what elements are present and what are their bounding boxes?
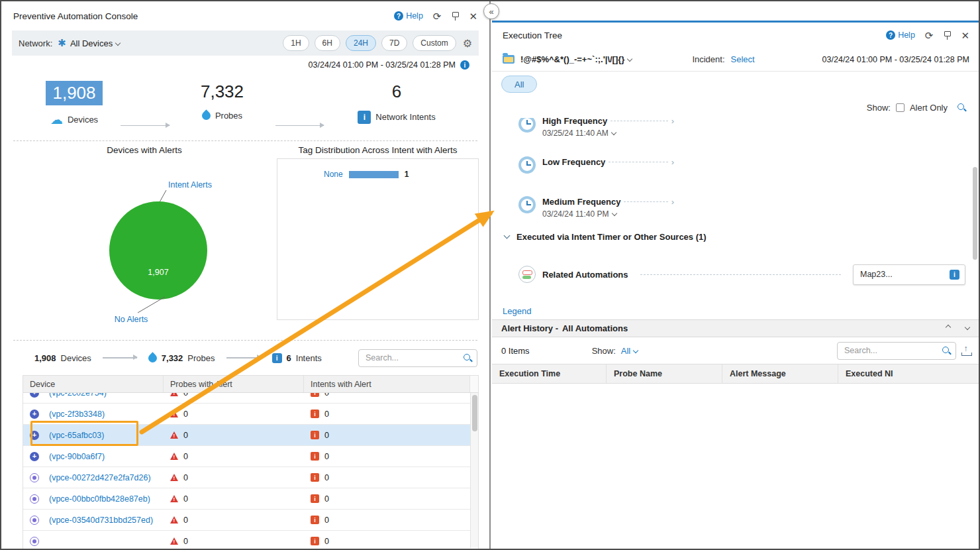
column-intents-with-alert[interactable]: Intents with Alert <box>304 376 470 392</box>
device-link[interactable]: (vpce-00272d427e2fa7d26) <box>49 473 151 482</box>
summary-devices-label: Devices <box>61 353 91 363</box>
range-custom-button[interactable]: Custom <box>413 35 456 51</box>
tree-line-end-icon[interactable]: › <box>671 158 674 166</box>
refresh-icon[interactable]: ⟳ <box>925 30 934 40</box>
alert-history-search <box>837 342 956 360</box>
range-6h-button[interactable]: 6H <box>315 35 340 51</box>
pie-no-alerts-slice[interactable] <box>109 201 207 300</box>
stats-row: 1,908 ☁ Devices 7,332 Probes 6 Netw <box>1 74 489 140</box>
tag-name-link[interactable]: None <box>324 170 343 179</box>
export-icon[interactable] <box>961 346 971 356</box>
intent-alerts-label[interactable]: Intent Alerts <box>168 180 212 190</box>
device-link[interactable]: (vpc-65afbc03) <box>49 431 104 440</box>
column-probes-with-alert[interactable]: Probes with Alert <box>164 376 304 392</box>
range-24h-button[interactable]: 24H <box>346 35 376 51</box>
devices-stat: 1,908 ☁ Devices <box>34 81 114 140</box>
network-selector[interactable]: All Devices <box>70 38 121 48</box>
devices-count[interactable]: 1,908 <box>46 81 102 105</box>
probes-stat: 7,332 Probes <box>176 81 269 140</box>
intent-alert-icon <box>311 494 319 503</box>
collapse-panel-button[interactable]: « <box>483 3 499 19</box>
tag-bar[interactable] <box>349 171 399 178</box>
search-icon[interactable] <box>942 346 952 356</box>
device-link[interactable]: (vpce-03540d731bbd257ed) <box>49 516 153 525</box>
device-link[interactable]: (vpce-00bbc0fbb428e87eb) <box>49 494 150 504</box>
tree-group-executed-via-intent-timer[interactable]: Executed via Intent Timer or Other Sourc… <box>501 232 707 242</box>
pin-icon[interactable] <box>943 30 951 40</box>
settings-gear-icon[interactable]: ⚙ <box>463 37 472 50</box>
alert-history-search-input[interactable] <box>837 342 956 360</box>
tree-line-end-icon[interactable]: › <box>671 197 674 206</box>
close-icon[interactable]: ✕ <box>469 11 477 21</box>
map-name-selector[interactable]: !@#$%^&*()_-=+~`:;.'|\/[]{} <box>520 54 633 64</box>
tree-scrollbar[interactable] <box>973 167 977 260</box>
tag-distribution-title: Tag Distribution Across Intent with Aler… <box>277 141 479 158</box>
table-row[interactable]: (vpce-00272d427e2fa7d26) 0 0 <box>23 467 478 488</box>
close-icon[interactable]: ✕ <box>961 30 969 40</box>
help-link[interactable]: ? Help <box>394 11 423 21</box>
alert-only-checkbox[interactable] <box>896 103 905 112</box>
screen: Preventive Automation Console ? Help ⟳ ✕… <box>0 0 980 550</box>
intent-alert-icon <box>311 410 319 418</box>
column-alert-message[interactable]: Alert Message <box>722 364 838 383</box>
probes-alert-count: 0 <box>183 452 188 461</box>
probes-alert-count: 0 <box>183 393 188 398</box>
tree-node-high-frequency[interactable]: High Frequency › 03/25/24 11:40 AM <box>518 118 674 138</box>
collapse-down-icon[interactable] <box>965 325 970 330</box>
incident-select-link[interactable]: Select <box>731 54 755 64</box>
no-alerts-label[interactable]: No Alerts <box>115 315 148 324</box>
column-device[interactable]: Device <box>23 376 164 392</box>
table-row[interactable]: (vpce-03540d731bbd257ed) 0 0 <box>23 510 478 531</box>
tree-node-label[interactable]: Low Frequency <box>542 157 605 167</box>
probes-alert-count: 0 <box>183 494 188 504</box>
tree-node-date[interactable]: 03/25/24 11:40 AM <box>542 129 609 138</box>
network-intent-icon <box>272 353 282 363</box>
table-row[interactable]: 0 0 <box>23 531 478 549</box>
execution-tree-header: Execution Tree ? Help ⟳ ✕ <box>492 23 980 48</box>
tree-line-end-icon[interactable]: › <box>671 118 674 125</box>
show-all-dropdown[interactable]: All <box>621 346 639 356</box>
legend-link[interactable]: Legend <box>503 306 531 316</box>
alert-history-header: Alert History - All Automations <box>492 319 980 337</box>
tree-node-label[interactable]: Medium Frequency <box>542 197 620 207</box>
table-row[interactable]: (vpce-00bbc0fbb428e87eb) 0 0 <box>23 488 478 510</box>
table-row[interactable]: (vpc-2c02e754) 0 0 <box>23 393 478 404</box>
device-link[interactable]: (vpc-2c02e754) <box>49 393 107 398</box>
intents-count[interactable]: 6 <box>392 81 401 103</box>
tree-node-label[interactable]: High Frequency <box>542 118 607 126</box>
tree-node-low-frequency[interactable]: Low Frequency › <box>518 156 674 174</box>
help-link[interactable]: ? Help <box>886 30 915 40</box>
refresh-icon[interactable]: ⟳ <box>433 11 442 21</box>
search-icon[interactable] <box>463 353 473 363</box>
info-icon[interactable]: i <box>460 60 469 70</box>
tree-node-related-automations[interactable]: Related Automations Map23... <box>518 261 965 288</box>
map-button[interactable]: Map23... <box>853 264 965 285</box>
collapse-up-icon[interactable] <box>946 325 951 330</box>
probes-stat-label: Probes <box>215 111 242 121</box>
column-probe-name[interactable]: Probe Name <box>607 364 722 383</box>
tree-search-icon[interactable] <box>957 103 967 113</box>
probes-count[interactable]: 7,332 <box>201 81 244 103</box>
show-label: Show: <box>867 103 891 113</box>
column-execution-time[interactable]: Execution Time <box>492 364 607 383</box>
pin-icon[interactable] <box>451 11 459 21</box>
range-7d-button[interactable]: 7D <box>381 35 407 51</box>
tree-node-date[interactable]: 03/24/24 11:40 PM <box>542 209 609 219</box>
charts-row: Devices with Alerts 1,907 Intent Alerts … <box>1 141 489 340</box>
range-1h-button[interactable]: 1H <box>283 35 309 51</box>
column-executed-ni[interactable]: Executed NI <box>838 364 980 383</box>
device-link[interactable]: (vpc-2f3b3348) <box>49 410 105 419</box>
devices-table-body: (vpc-2c02e754) 0 0 (vpc-2f3b3348) 0 0 (v… <box>23 393 478 549</box>
table-row[interactable]: (vpc-2f3b3348) 0 0 <box>23 404 478 425</box>
table-row[interactable]: (vpc-90b0a6f7) 0 0 <box>23 446 478 467</box>
tree-node-medium-frequency[interactable]: Medium Frequency › 03/24/24 11:40 PM <box>518 196 674 219</box>
vpce-icon <box>30 494 39 504</box>
device-search-input[interactable] <box>358 349 477 367</box>
show-label: Show: <box>592 346 616 356</box>
scrollbar-thumb[interactable] <box>472 395 477 431</box>
alert-only-label: Alert Only <box>910 103 948 113</box>
table-scrollbar[interactable] <box>470 393 478 548</box>
table-row-selected[interactable]: (vpc-65afbc03) 0 0 <box>23 425 478 446</box>
tab-all[interactable]: All <box>501 76 537 93</box>
device-link[interactable]: (vpc-90b0a6f7) <box>49 452 105 461</box>
